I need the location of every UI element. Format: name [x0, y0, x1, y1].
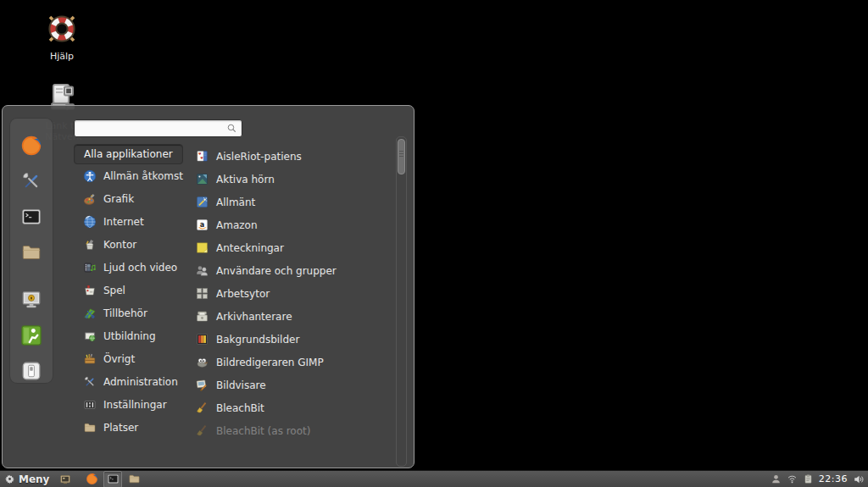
amazon-icon: a [195, 218, 209, 232]
category-item[interactable]: Ljud och video [74, 256, 191, 279]
sidebar-button-lock-screen[interactable] [19, 288, 43, 312]
games-icon [83, 284, 97, 297]
office-icon [83, 238, 97, 252]
svg-text:a: a [200, 221, 204, 229]
wand-icon [195, 195, 209, 209]
desktop: Hjälp Länk till Nätverk Alla applikation… [0, 0, 868, 487]
app-list-scrollbar[interactable] [396, 136, 407, 467]
settings-icon [83, 398, 97, 412]
category-label: Allmän åtkomst [103, 170, 183, 182]
search-icon [226, 123, 237, 134]
application-item[interactable]: Bakgrundsbilder [191, 328, 386, 351]
system-tray: 22:36 [771, 473, 868, 485]
application-item[interactable]: Arbetsytor [191, 282, 386, 305]
menu-favorites-sidebar [9, 118, 53, 384]
logout-icon [20, 324, 42, 346]
application-label: Arkivhanterare [216, 311, 292, 323]
category-label: Ljud och video [103, 262, 177, 274]
terminal-icon [107, 473, 120, 485]
application-item[interactable]: Användare och grupper [191, 259, 386, 282]
category-item[interactable]: Utbildning [74, 324, 191, 347]
clock[interactable]: 22:36 [819, 473, 848, 484]
category-label: Inställningar [103, 399, 167, 411]
category-item[interactable]: Platser [74, 416, 191, 439]
toolbox-icon [83, 352, 97, 366]
network-tray-icon[interactable] [787, 473, 798, 484]
image-viewer-icon [195, 378, 209, 392]
scrollbar-thumb[interactable] [398, 139, 405, 174]
application-item[interactable]: Bildvisare [191, 374, 386, 396]
application-label: Bakgrundsbilder [216, 334, 299, 346]
sound-video-icon [83, 261, 97, 274]
tools-icon [20, 170, 42, 192]
menu-button[interactable]: Meny [0, 471, 54, 487]
category-label: Platser [103, 422, 138, 434]
sidebar-button-shutdown[interactable] [19, 359, 43, 383]
category-label: Internet [103, 216, 144, 228]
taskbar-launcher-files-window[interactable] [125, 472, 142, 487]
workspaces-icon [195, 286, 209, 301]
category-label: Grafik [103, 193, 134, 205]
search-input[interactable] [75, 123, 226, 135]
category-item[interactable]: Grafik [74, 187, 191, 210]
clipboard-tray-icon[interactable] [803, 473, 814, 484]
sticky-note-icon [195, 241, 209, 255]
admin-tools-icon [83, 375, 97, 389]
category-label: Spel [103, 285, 125, 296]
category-item[interactable]: Administration [74, 370, 191, 393]
sidebar-button-files-favorite[interactable] [19, 241, 43, 264]
menu-button-label: Meny [19, 473, 49, 485]
application-label: BleachBit [216, 402, 264, 414]
folder-icon [128, 473, 141, 485]
category-item[interactable]: Övrigt [74, 347, 191, 370]
category-item[interactable]: Inställningar [74, 393, 191, 416]
application-item[interactable]: ♥♥AisleRiot-patiens [191, 145, 386, 168]
application-item[interactable]: aAmazon [191, 213, 386, 236]
sidebar-button-logout[interactable] [19, 324, 43, 347]
category-item[interactable]: Kontor [74, 233, 191, 256]
lifesaver-icon [45, 12, 79, 46]
category-label: Utbildning [103, 330, 156, 342]
category-item[interactable]: Allmän åtkomst [74, 164, 191, 187]
application-label: Amazon [216, 219, 258, 231]
application-label: Anteckningar [216, 242, 284, 254]
graphics-icon [83, 192, 97, 206]
cards-icon: ♥♥ [195, 149, 209, 163]
application-item[interactable]: BleachBit [191, 396, 386, 419]
category-item-selected[interactable]: Alla applikationer [74, 144, 183, 164]
sidebar-button-terminal-favorite[interactable] [19, 205, 43, 229]
application-item[interactable]: Aktiva hörn [191, 168, 386, 191]
volume-icon[interactable] [853, 473, 865, 485]
application-label: Användare och grupper [216, 265, 337, 277]
taskbar: Meny 22:36 [0, 470, 868, 487]
application-item[interactable]: Anteckningar [191, 236, 386, 259]
application-item[interactable]: BleachBit (as root) [191, 419, 386, 442]
category-item[interactable]: Tillbehör [74, 302, 191, 324]
application-label: Arbetsytor [216, 288, 270, 300]
application-label: AisleRiot-patiens [216, 151, 302, 163]
folder-icon [20, 241, 42, 263]
corners-icon [195, 172, 209, 186]
application-item[interactable]: Arkivhanterare [191, 305, 386, 328]
terminal-icon [20, 206, 42, 228]
category-item[interactable]: Spel [74, 279, 191, 302]
application-item[interactable]: Bildredigeraren GIMP [191, 351, 386, 374]
application-item[interactable]: Allmänt [191, 191, 386, 213]
window-list [83, 471, 142, 487]
category-item[interactable]: Internet [74, 210, 191, 233]
mint-menu-panel: Alla applikationerAllmän åtkomstGrafikIn… [2, 105, 415, 468]
category-label: Kontor [103, 239, 136, 251]
sidebar-button-firefox-favorite[interactable] [19, 134, 43, 158]
sidebar-button-tools-favorite[interactable] [19, 169, 43, 193]
user-tray-icon[interactable] [771, 473, 782, 484]
taskbar-launcher-terminal-window[interactable] [103, 471, 122, 487]
application-label: Aktiva hörn [216, 174, 275, 185]
taskbar-launcher-firefox-window[interactable] [83, 472, 100, 487]
desktop-icon-help[interactable]: Hjälp [30, 12, 94, 62]
category-label: Alla applikationer [84, 148, 173, 160]
category-label: Övrigt [103, 353, 135, 365]
show-desktop-icon[interactable] [59, 473, 71, 485]
gimp-icon [195, 355, 209, 369]
bleachbit-icon [195, 423, 209, 438]
application-label: BleachBit (as root) [216, 425, 310, 437]
